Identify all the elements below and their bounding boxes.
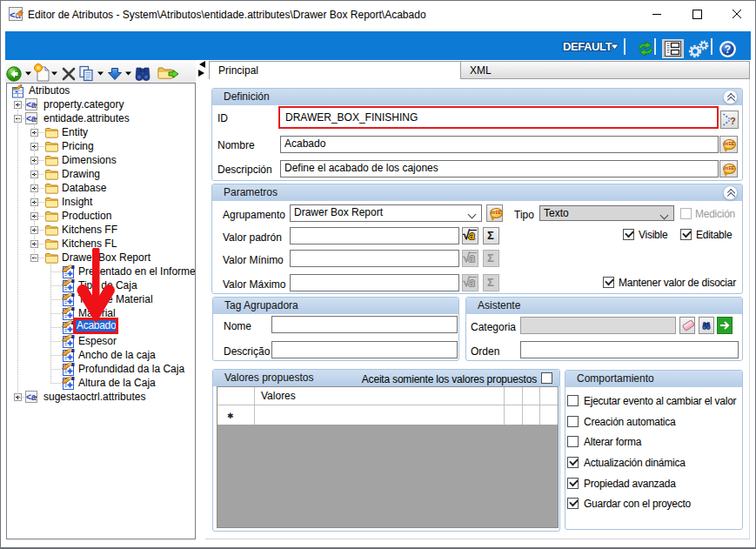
svg-text:?: ? [730,116,736,126]
svg-text:?: ? [725,44,731,56]
